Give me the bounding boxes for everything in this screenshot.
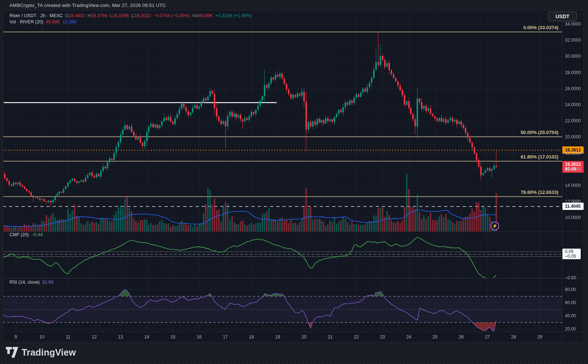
high-value: 18.3794 xyxy=(91,13,107,18)
volume-change-value: +0.3188 (+1.99%) xyxy=(216,13,252,18)
price-axis-label: 18.0000 xyxy=(565,151,581,156)
date-axis-label: 25 xyxy=(433,334,437,340)
cmf-value: −0.44 xyxy=(31,232,43,237)
rsi-axis-label: 40.00 xyxy=(565,313,576,318)
tradingview-logo-icon xyxy=(6,347,18,358)
chart-canvas[interactable] xyxy=(0,0,588,364)
fib-level-label: 0.00% (33.0374) xyxy=(0,25,558,30)
rsi-axis-label: 20.00 xyxy=(565,326,576,332)
date-axis-label: 20 xyxy=(301,334,306,340)
date-axis-label: 27 xyxy=(485,334,490,340)
price-axis-label: 14.0000 xyxy=(565,183,581,188)
price-axis-label: 28.0000 xyxy=(565,70,581,75)
date-axis-label: 28 xyxy=(511,334,516,340)
date-axis-label: 11 xyxy=(66,334,70,340)
currency-usdt-button[interactable]: USDT xyxy=(548,12,577,21)
price-axis-label: 10.0000 xyxy=(565,215,581,220)
date-axis-label: 24 xyxy=(406,334,411,340)
rsi-legend: RSI (14, close) 32.66 xyxy=(10,280,54,285)
price-axis-label: 30.0000 xyxy=(565,54,581,59)
date-axis-label: 10 xyxy=(39,334,44,340)
price-axis-label: 16.0000 xyxy=(565,167,581,172)
rsi-label: RSI (14, close) xyxy=(10,280,40,285)
price-axis-label: 24.0000 xyxy=(565,102,581,107)
rsi-axis-label: 80.00 xyxy=(565,287,576,292)
cmf-lower-band-tag: −0.05 xyxy=(562,253,581,259)
close-value: 16.3022 xyxy=(134,13,151,18)
tradingview-logo[interactable]: TradingView xyxy=(6,347,76,358)
date-axis-label: 14 xyxy=(144,334,149,340)
date-axis-label: 17 xyxy=(223,334,228,340)
price-axis-label: 32.0000 xyxy=(565,38,581,43)
lightning-glyph: ⚡ xyxy=(492,223,498,229)
date-axis-label: 21 xyxy=(328,334,333,340)
volume-indicator-value: 49.89K xyxy=(46,19,60,24)
date-axis-label: 9 xyxy=(15,334,17,340)
price-axis-label: 20.0000 xyxy=(565,134,581,139)
rsi-axis-label: 60.00 xyxy=(565,300,576,305)
date-axis-label: 23 xyxy=(380,334,385,340)
open-value: 16.4632 xyxy=(69,13,85,18)
volume-value: 49.89K xyxy=(199,13,213,18)
change-value: −0.0744 (−0.45%) xyxy=(153,13,190,18)
tradingview-logo-text: TradingView xyxy=(22,347,76,358)
fib-level-label: 50.00% (20.0704) xyxy=(0,130,558,135)
attribution-text: AMBCrypto_TA created with TradingView.co… xyxy=(10,3,166,8)
date-axis-label: 29 xyxy=(537,334,542,340)
cmf-axis-label: −0.50 xyxy=(565,275,576,280)
symbol-legend-row: River / USDT · 2h · MEXC O16.4632 H18.37… xyxy=(10,13,253,18)
date-axis-label: 16 xyxy=(197,334,201,340)
volume-indicator-legend: Vol · RIVER (20) 49.89K 12.38K xyxy=(10,19,78,24)
high-label: H xyxy=(88,13,91,18)
date-axis-label: 15 xyxy=(171,334,175,340)
volume-label: Vol xyxy=(192,13,198,18)
volume-ma-value: 12.38K xyxy=(62,19,77,24)
date-axis-label: 26 xyxy=(459,334,463,340)
date-axis-label: 13 xyxy=(118,334,123,340)
rsi-value: 32.66 xyxy=(42,280,53,285)
price-axis-label: 12.0000 xyxy=(565,199,581,204)
date-axis-label: 12 xyxy=(92,334,96,340)
lightning-icon[interactable]: ⚡ xyxy=(490,222,499,230)
low-value: 16.1698 xyxy=(112,13,129,18)
close-label: C xyxy=(131,13,134,18)
date-axis-label: 22 xyxy=(354,334,359,340)
cmf-legend: CMF (20) −0.44 xyxy=(10,232,44,237)
price-axis-label: 22.0000 xyxy=(565,118,581,123)
date-axis-label: 19 xyxy=(275,334,280,340)
fib-level-label: 78.60% (12.6533) xyxy=(0,189,558,195)
volume-indicator-label: Vol · RIVER (20) xyxy=(10,19,43,24)
price-axis-label: 34.0000 xyxy=(565,22,581,27)
price-axis-label: 26.0000 xyxy=(565,86,581,91)
symbol-title[interactable]: River / USDT · 2h · MEXC xyxy=(10,13,63,18)
cmf-label: CMF (20) xyxy=(10,232,29,237)
fib-level-label: 61.80% (17.0102) xyxy=(0,154,558,160)
open-label: O xyxy=(65,13,69,18)
date-axis-label: 18 xyxy=(249,334,254,340)
